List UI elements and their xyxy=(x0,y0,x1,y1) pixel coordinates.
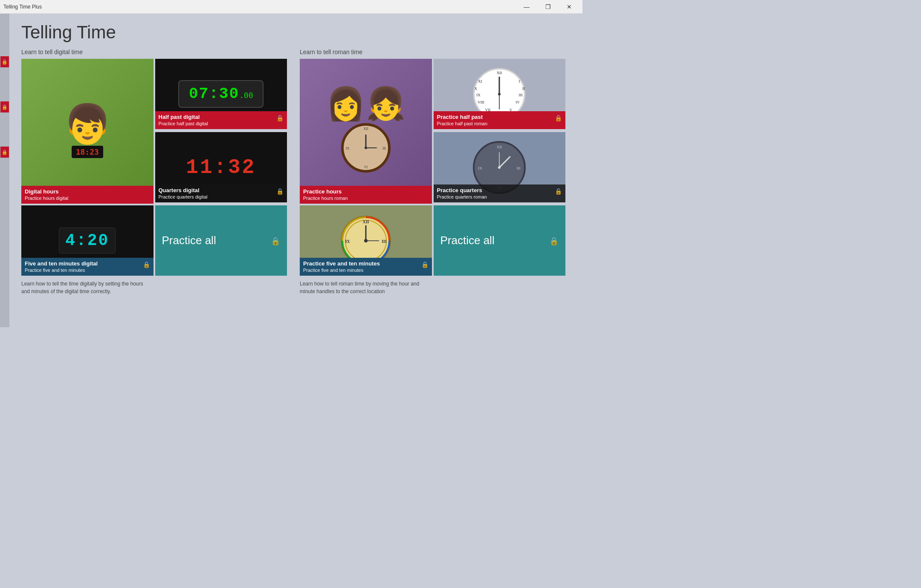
svg-point-32 xyxy=(498,166,501,169)
digital-section-desc: Learn how to tell the time digitally by … xyxy=(21,280,149,295)
digital-hours-subtitle: Practice hours digital xyxy=(25,195,68,201)
practice-five-ten-subtitle: Practice five and ten minutes xyxy=(303,267,380,273)
half-past-digital-subtitle: Practice half past digital xyxy=(159,121,208,127)
kids-roman-photo: 👩👧 XII III VI IX xyxy=(300,59,432,204)
digital-grid: 👦 18:23 Digital hours Practice hours dig… xyxy=(21,59,287,276)
practice-hours-label: Practice hours Practice hours roman xyxy=(300,186,432,204)
five-ten-digital-tile[interactable]: 4:20 Five and ten minutes digital Practi… xyxy=(21,205,154,276)
quarters-digital-subtitle: Practice quarters digital xyxy=(159,194,208,200)
quarters-roman-lock: 🔒 xyxy=(555,188,562,195)
five-ten-time: 4:20 xyxy=(65,231,109,250)
svg-text:III: III xyxy=(382,147,386,150)
practice-five-ten-title: Practice five and ten minutes xyxy=(303,260,380,267)
practice-half-past-title: Practice half past xyxy=(437,114,488,121)
svg-text:IX: IX xyxy=(477,93,481,97)
roman-section-heading: Learn to tell roman time xyxy=(300,49,565,55)
quarters-digital-label: Quarters digital Practice quarters digit… xyxy=(155,184,287,202)
half-past-digital-tile[interactable]: 07:30 .00 Half past digital Practice hal… xyxy=(155,59,287,129)
svg-text:I: I xyxy=(519,79,520,84)
svg-text:XII: XII xyxy=(363,127,368,131)
practice-hours-subtitle: Practice hours roman xyxy=(303,195,348,201)
roman-section: Learn to tell roman time 👩👧 xyxy=(300,49,565,295)
half-past-lock-icon: 🔒 xyxy=(276,115,284,121)
digital-practice-all-lock: 🔒 xyxy=(271,236,280,246)
digital-hours-tile[interactable]: 👦 18:23 Digital hours Practice hours dig… xyxy=(21,59,154,204)
practice-hours-tile[interactable]: 👩👧 XII III VI IX xyxy=(300,59,432,204)
half-past-digital-title: Half past digital xyxy=(159,114,208,121)
digital-hours-title: Digital hours xyxy=(25,188,68,195)
digital-practice-all-tile[interactable]: Practice all 🔒 xyxy=(155,205,287,276)
practice-quarters-tile[interactable]: XII III VI IX Practic xyxy=(434,132,566,202)
svg-text:IV: IV xyxy=(516,100,520,104)
titlebar: Telling Time Plus — ❐ ✕ xyxy=(0,0,582,14)
roman-clock-large: XII III VI IX xyxy=(340,122,391,173)
practice-hours-title: Practice hours xyxy=(303,188,348,195)
practice-five-ten-tile[interactable]: XII III VI IX Practic xyxy=(300,205,432,276)
svg-point-24 xyxy=(498,93,501,95)
close-button[interactable]: ✕ xyxy=(559,0,579,14)
svg-text:XII: XII xyxy=(497,71,502,75)
left-lock-2: 🔒 xyxy=(0,101,9,112)
app-title-bar: Telling Time Plus xyxy=(3,4,42,10)
svg-text:II: II xyxy=(522,86,525,91)
practice-quarters-title: Practice quarters xyxy=(437,187,487,194)
svg-text:IX: IX xyxy=(346,147,350,150)
roman-practice-all-lock: 🔒 xyxy=(549,236,559,246)
digital-section: Learn to tell digital time 👦 18:23 xyxy=(21,49,287,295)
digital-section-heading: Learn to tell digital time xyxy=(21,49,287,55)
sections-row: Learn to tell digital time 👦 18:23 xyxy=(21,49,565,295)
svg-text:VI: VI xyxy=(364,165,368,169)
svg-text:XII: XII xyxy=(362,219,369,224)
practice-half-past-tile[interactable]: XII I II III IV V VI VII VIII IX X XI xyxy=(434,59,566,129)
window-controls: — ❐ ✕ xyxy=(517,0,579,14)
five-ten-roman-lock: 🔒 xyxy=(421,261,429,268)
practice-five-ten-label: Practice five and ten minutes Practice f… xyxy=(300,258,432,276)
svg-text:X: X xyxy=(475,86,478,91)
restore-button[interactable]: ❐ xyxy=(538,0,558,14)
half-past-digital-label: Half past digital Practice half past dig… xyxy=(155,111,287,129)
quarters-digital-tile[interactable]: 11:32 Quarters digital Practice quarters… xyxy=(155,132,287,202)
quarters-time: 11:32 xyxy=(186,156,256,179)
roman-practice-all-text: Practice all xyxy=(440,234,495,247)
five-ten-digital-title: Five and ten minutes digital xyxy=(25,260,98,267)
page-title: Telling Time xyxy=(21,22,565,43)
left-lock-3: 🔒 xyxy=(0,147,9,158)
kid-photo-green: 👦 18:23 xyxy=(21,59,154,204)
practice-quarters-subtitle: Practice quarters roman xyxy=(437,194,487,200)
minimize-button[interactable]: — xyxy=(517,0,536,14)
roman-grid: 👩👧 XII III VI IX xyxy=(300,59,565,276)
svg-text:VIII: VIII xyxy=(478,100,485,104)
five-ten-digital-subtitle: Practice five and ten minutes xyxy=(25,267,98,273)
left-lock-1: 🔒 xyxy=(0,56,9,67)
svg-point-41 xyxy=(364,239,368,242)
svg-text:IX: IX xyxy=(345,239,350,244)
practice-half-past-label: Practice half past Practice half past ro… xyxy=(434,111,566,129)
svg-text:III: III xyxy=(382,239,387,244)
svg-text:XII: XII xyxy=(497,145,502,149)
practice-half-past-subtitle: Practice half past roman xyxy=(437,121,488,127)
digital-hours-label: Digital hours Practice hours digital xyxy=(21,186,154,204)
left-edge-bar: 🔒 🔒 🔒 xyxy=(0,14,9,327)
svg-text:III: III xyxy=(517,166,521,170)
main-content: Telling Time Learn to tell digital time … xyxy=(0,14,582,327)
digital-practice-all-text: Practice all xyxy=(162,234,216,247)
quarters-lock-icon: 🔒 xyxy=(276,188,284,195)
five-ten-digital-label: Five and ten minutes digital Practice fi… xyxy=(21,258,154,276)
half-past-roman-lock: 🔒 xyxy=(555,115,562,121)
quarters-digital-title: Quarters digital xyxy=(159,187,208,194)
roman-section-desc: Learn how to tell roman time by moving t… xyxy=(300,280,428,295)
svg-text:XI: XI xyxy=(478,79,483,84)
svg-text:IX: IX xyxy=(478,166,483,170)
roman-practice-all-tile[interactable]: Practice all 🔒 xyxy=(434,205,566,276)
practice-quarters-label: Practice quarters Practice quarters roma… xyxy=(434,184,566,202)
svg-text:III: III xyxy=(519,93,523,97)
five-ten-lock-icon: 🔒 xyxy=(143,261,150,268)
